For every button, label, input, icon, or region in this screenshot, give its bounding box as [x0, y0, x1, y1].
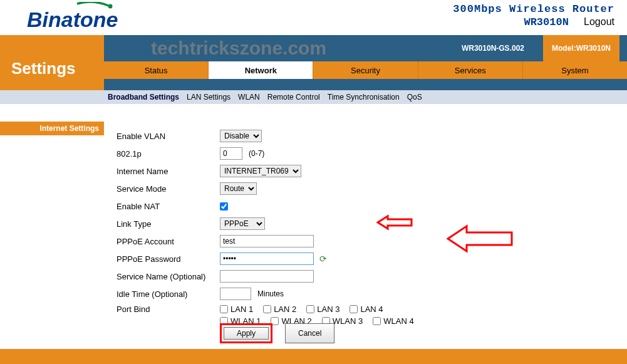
header-info: 300Mbps Wireless Router WR3010N Logout	[453, 3, 614, 28]
portbind-lan4[interactable]	[350, 305, 358, 313]
refresh-icon[interactable]: ⟳	[319, 254, 328, 263]
portbind-lan1[interactable]	[220, 305, 228, 313]
sidebar-internet-settings[interactable]: Internet Settings	[0, 122, 104, 135]
8021p-label: 802.1p	[117, 149, 220, 159]
pppoe-account-label: PPPoE Account	[117, 237, 220, 246]
cancel-button[interactable]: Cancel	[285, 323, 334, 343]
enable-nat-label: Enable NAT	[117, 202, 220, 211]
subnav-lan[interactable]: LAN Settings	[185, 93, 232, 101]
subnav-remote[interactable]: Remote Control	[266, 93, 321, 101]
portbind-lan3[interactable]	[306, 305, 314, 313]
logout-link[interactable]: Logout	[584, 16, 614, 27]
port-bind-label: Port Bind	[117, 304, 220, 314]
8021p-hint: (0-7)	[249, 149, 264, 158]
svg-text:Binatone: Binatone	[27, 8, 118, 31]
idle-time-label: Idle Time (Optional)	[117, 289, 220, 299]
sidebar: Internet Settings	[0, 104, 104, 356]
brand-logo: Binatone	[18, 2, 143, 32]
tab-network[interactable]: Network	[209, 61, 313, 79]
8021p-input[interactable]	[220, 147, 242, 160]
internet-name-select[interactable]: INTERNET_TR069	[220, 165, 301, 177]
enable-nat-checkbox[interactable]	[220, 202, 228, 211]
internet-name-label: Internet Name	[117, 167, 220, 176]
tab-services[interactable]: Services	[418, 61, 523, 79]
subnav-broadband[interactable]: Broadband Settings	[106, 93, 180, 101]
idle-time-input[interactable]	[220, 288, 251, 300]
link-type-select[interactable]: PPPoE	[220, 217, 265, 230]
pppoe-account-input[interactable]	[220, 235, 314, 247]
apply-button[interactable]: Apply	[224, 327, 269, 340]
service-mode-label: Service Mode	[117, 184, 220, 194]
subnav-time[interactable]: Time Synchronisation	[326, 93, 401, 101]
idle-time-unit: Minutes	[257, 289, 284, 298]
sub-nav: Broadband Settings LAN Settings WLAN Rem…	[106, 93, 423, 101]
service-name-label: Service Name (Optional)	[117, 272, 220, 281]
product-line: 300Mbps Wireless Router	[453, 3, 614, 15]
main-form: Enable VLAN Disable 802.1p (0-7) Interne…	[104, 104, 627, 356]
link-type-label: Link Type	[117, 219, 220, 229]
pppoe-password-input[interactable]	[220, 252, 314, 265]
portbind-wlan4[interactable]	[373, 317, 381, 325]
model-label: Model:WR3010N	[543, 35, 619, 61]
service-mode-select[interactable]: Route	[220, 182, 257, 195]
subnav-qos[interactable]: QoS	[406, 93, 423, 101]
enable-vlan-label: Enable VLAN	[117, 132, 220, 141]
tab-status[interactable]: Status	[104, 61, 209, 79]
firmware-version: WR3010N-GS.002	[462, 44, 524, 53]
apply-highlight: Apply	[220, 323, 272, 343]
pppoe-password-label: PPPoE Password	[117, 254, 220, 264]
watermark: techtrickszone.com	[151, 38, 326, 59]
enable-vlan-select[interactable]: Disable	[220, 130, 262, 142]
tab-security[interactable]: Security	[313, 61, 418, 79]
model-short: WR3010N	[524, 16, 568, 28]
footer-bar	[0, 349, 627, 364]
settings-title: Settings	[0, 35, 104, 90]
portbind-lan2[interactable]	[263, 305, 271, 313]
tab-system[interactable]: System	[523, 61, 627, 79]
main-tabs: Status Network Security Services System	[104, 61, 627, 79]
subnav-wlan[interactable]: WLAN	[237, 93, 261, 101]
service-name-input[interactable]	[220, 270, 314, 283]
